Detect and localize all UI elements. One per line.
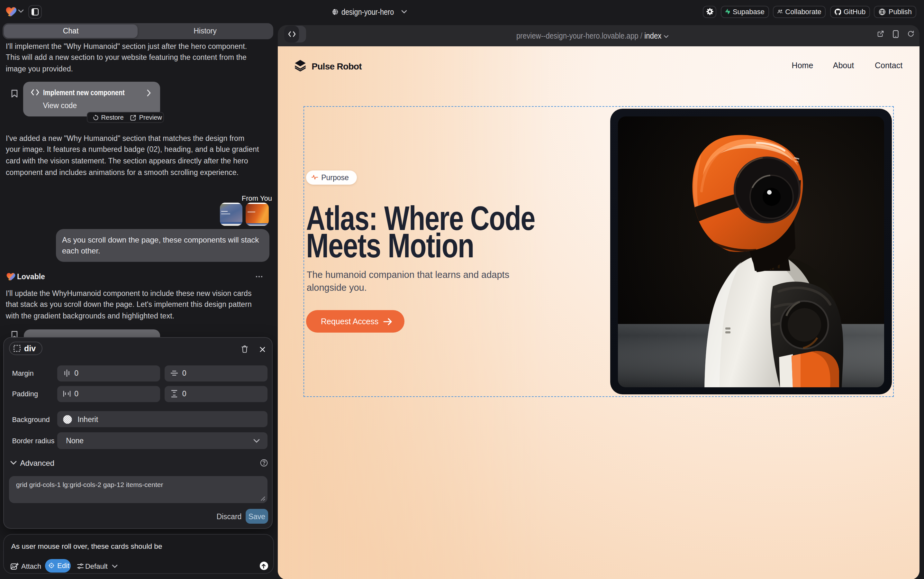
svg-text:Meets Motion: Meets Motion (306, 226, 474, 264)
